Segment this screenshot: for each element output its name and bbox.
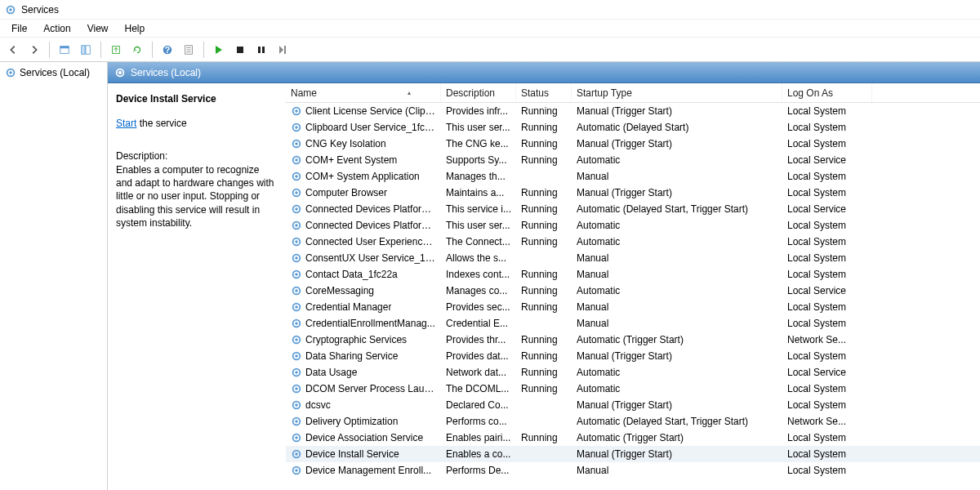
detail-panel: Device Install Service Start the service… xyxy=(108,83,286,490)
table-row[interactable]: DCOM Server Process Launc...The DCOML...… xyxy=(286,381,980,397)
forward-icon[interactable] xyxy=(24,40,44,60)
stop-icon[interactable] xyxy=(230,40,250,60)
gear-icon xyxy=(291,448,302,460)
cell-description: Manages co... xyxy=(441,285,516,296)
toolbar: ? xyxy=(0,38,980,62)
table-row[interactable]: Computer BrowserMaintains a...RunningMan… xyxy=(286,185,980,201)
cell-name: CredentialEnrollmentManag... xyxy=(305,318,435,329)
cell-startup: Automatic (Trigger Start) xyxy=(572,334,782,345)
col-header-logon[interactable]: Log On As xyxy=(782,83,872,102)
table-row[interactable]: Connected Devices Platform ...This user … xyxy=(286,217,980,234)
cell-logon: Local System xyxy=(782,432,872,443)
svg-point-56 xyxy=(295,387,298,390)
cell-logon: Local System xyxy=(782,465,872,476)
cell-name: Credential Manager xyxy=(305,301,391,313)
table-row[interactable]: Device Association ServiceEnables pairi.… xyxy=(286,430,980,446)
cell-startup: Automatic (Delayed Start, Trigger Start) xyxy=(572,416,782,427)
table-row[interactable]: CNG Key IsolationThe CNG ke...RunningMan… xyxy=(286,136,980,152)
export-icon[interactable] xyxy=(106,40,126,60)
detail-desc-heading: Description: xyxy=(116,150,278,162)
svg-point-52 xyxy=(295,354,298,358)
back-icon[interactable] xyxy=(3,40,23,60)
menu-action[interactable]: Action xyxy=(35,21,78,36)
refresh-icon[interactable] xyxy=(127,40,147,60)
cell-description: Performs De... xyxy=(441,465,516,476)
cell-startup: Automatic (Delayed Start) xyxy=(572,122,782,133)
table-row[interactable]: CredentialEnrollmentManag...Credential E… xyxy=(286,315,980,332)
cell-startup: Automatic xyxy=(572,285,782,296)
table-row[interactable]: Credential ManagerProvides sec...Running… xyxy=(286,299,980,315)
table-row[interactable]: COM+ Event SystemSupports Sy...RunningAu… xyxy=(286,152,980,168)
table-row[interactable]: Data UsageNetwork dat...RunningAutomatic… xyxy=(286,364,980,381)
cell-logon: Network Se... xyxy=(782,416,872,427)
cell-name: Connected Devices Platform ... xyxy=(305,220,436,231)
menu-file[interactable]: File xyxy=(3,21,35,36)
table-row[interactable]: Device Install ServiceEnables a co...Man… xyxy=(286,446,980,462)
toolbar-separator xyxy=(203,42,204,58)
gear-icon xyxy=(291,138,302,149)
table-row[interactable]: ConsentUX User Service_1fc...Allows the … xyxy=(286,250,980,266)
restart-icon[interactable] xyxy=(273,40,292,60)
cell-status: Running xyxy=(516,269,572,280)
svg-point-38 xyxy=(295,240,298,243)
cell-name: Connected Devices Platform ... xyxy=(305,203,436,215)
pause-icon[interactable] xyxy=(252,40,271,60)
col-header-description[interactable]: Description xyxy=(441,83,516,102)
help-icon[interactable]: ? xyxy=(158,40,177,60)
cell-status: Running xyxy=(516,432,572,443)
table-row[interactable]: COM+ System ApplicationManages th...Manu… xyxy=(286,168,980,185)
table-row[interactable]: Contact Data_1fc22aIndexes cont...Runnin… xyxy=(286,266,980,283)
cell-description: Indexes cont... xyxy=(441,269,516,280)
cell-description: Provides dat... xyxy=(441,350,516,362)
main-tab-label: Services (Local) xyxy=(131,67,201,78)
svg-point-24 xyxy=(295,126,298,129)
cell-name: Client License Service (ClipSV... xyxy=(305,105,436,117)
cell-status: Running xyxy=(516,220,572,231)
cell-description: The CNG ke... xyxy=(441,138,516,149)
table-row[interactable]: Client License Service (ClipSV...Provide… xyxy=(286,103,980,119)
cell-status: Running xyxy=(516,301,572,313)
col-header-status[interactable]: Status xyxy=(516,83,572,102)
svg-point-18 xyxy=(9,71,12,74)
sort-indicator-icon: ▴ xyxy=(408,89,411,96)
cell-name: Contact Data_1fc22a xyxy=(305,269,398,280)
menu-view[interactable]: View xyxy=(79,21,117,36)
show-hide-tree-icon[interactable] xyxy=(76,40,96,60)
gear-icon xyxy=(291,334,302,345)
table-row[interactable]: Connected User Experiences ...The Connec… xyxy=(286,234,980,250)
col-header-startup[interactable]: Startup Type xyxy=(572,83,782,102)
cell-logon: Local System xyxy=(782,138,872,149)
table-row[interactable]: Connected Devices Platform ...This servi… xyxy=(286,201,980,217)
cell-description: Enables pairi... xyxy=(441,432,516,443)
service-list[interactable]: Name▴ Description Status Startup Type Lo… xyxy=(286,83,980,490)
cell-status: Running xyxy=(516,350,572,362)
table-row[interactable]: Delivery OptimizationPerforms co...Autom… xyxy=(286,413,980,430)
toolbar-separator xyxy=(100,42,101,58)
table-row[interactable]: Cryptographic ServicesProvides thr...Run… xyxy=(286,332,980,348)
gear-icon xyxy=(114,67,126,78)
toolbar-separator xyxy=(49,42,50,58)
menu-help[interactable]: Help xyxy=(117,21,154,36)
tree-item-services-local[interactable]: Services (Local) xyxy=(2,65,105,80)
up-icon[interactable] xyxy=(55,40,74,60)
cell-startup: Manual (Trigger Start) xyxy=(572,187,782,198)
svg-rect-14 xyxy=(258,47,261,53)
col-header-name[interactable]: Name▴ xyxy=(286,83,441,102)
table-row[interactable]: Data Sharing ServiceProvides dat...Runni… xyxy=(286,348,980,364)
main-tab[interactable]: Services (Local) xyxy=(108,62,980,83)
table-row[interactable]: Device Management Enroll...Performs De..… xyxy=(286,462,980,479)
svg-point-1 xyxy=(9,8,12,11)
cell-status: Running xyxy=(516,383,572,394)
svg-point-64 xyxy=(295,452,298,456)
table-row[interactable]: dcsvcDeclared Co...Manual (Trigger Start… xyxy=(286,397,980,413)
start-link[interactable]: Start xyxy=(116,118,136,129)
cell-logon: Local System xyxy=(782,301,872,313)
cell-name: Device Association Service xyxy=(305,432,423,443)
table-row[interactable]: CoreMessagingManages co...RunningAutomat… xyxy=(286,283,980,299)
cell-status: Running xyxy=(516,105,572,117)
table-row[interactable]: Clipboard User Service_1fc22aThis user s… xyxy=(286,119,980,136)
gear-icon xyxy=(291,350,302,362)
properties-icon[interactable] xyxy=(179,40,198,60)
start-icon[interactable] xyxy=(209,40,229,60)
svg-point-58 xyxy=(295,403,298,407)
